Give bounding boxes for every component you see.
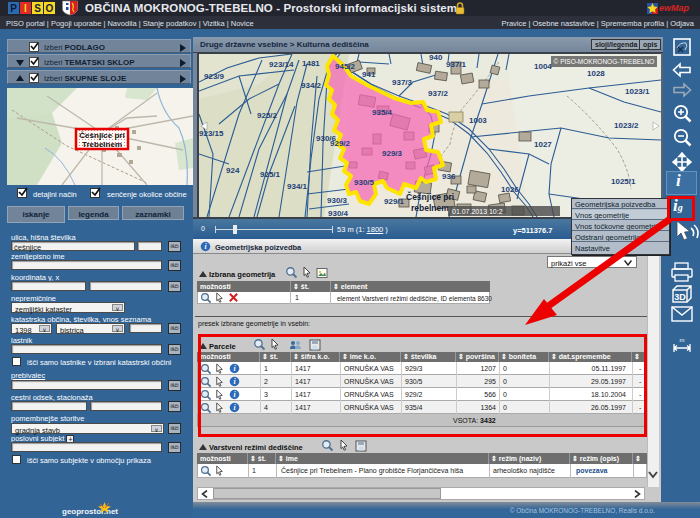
svg-text:941: 941 bbox=[362, 70, 376, 79]
svg-text:Češnjice pri: Češnjice pri bbox=[406, 191, 454, 202]
svg-text:925/1: 925/1 bbox=[260, 170, 281, 179]
svg-text:1481: 1481 bbox=[302, 59, 320, 68]
svg-text:m: m bbox=[680, 337, 685, 343]
svg-text:1023/2: 1023/2 bbox=[614, 121, 639, 130]
svg-text:Češnjice pri: Češnjice pri bbox=[79, 131, 124, 140]
svg-text:936: 936 bbox=[442, 172, 456, 181]
svg-text:923/14: 923/14 bbox=[269, 60, 294, 69]
svg-text:924: 924 bbox=[226, 166, 240, 175]
svg-text:1003: 1003 bbox=[469, 116, 487, 125]
svg-text:937/2: 937/2 bbox=[428, 89, 449, 98]
svg-text:1025/1: 1025/1 bbox=[611, 177, 636, 186]
svg-text:937/1: 937/1 bbox=[446, 60, 467, 69]
svg-text:1023/1: 1023/1 bbox=[625, 87, 650, 96]
svg-text:930/3: 930/3 bbox=[327, 196, 348, 205]
svg-text:925/2: 925/2 bbox=[257, 111, 278, 120]
svg-text:930/5: 930/5 bbox=[354, 178, 375, 187]
svg-text:937/3: 937/3 bbox=[392, 78, 413, 87]
svg-text:1028: 1028 bbox=[587, 69, 605, 78]
svg-text:923/9: 923/9 bbox=[204, 72, 225, 81]
svg-text:929/3: 929/3 bbox=[382, 149, 403, 158]
svg-text:© PISO-MOKRONOG-TREBELNO: © PISO-MOKRONOG-TREBELNO bbox=[554, 58, 655, 65]
svg-text:1004: 1004 bbox=[534, 62, 552, 71]
svg-text:rebelnem: rebelnem bbox=[411, 203, 449, 213]
svg-text:930/4: 930/4 bbox=[328, 209, 349, 217]
svg-text:929/1: 929/1 bbox=[384, 197, 405, 206]
svg-text:934/2: 934/2 bbox=[301, 81, 322, 90]
svg-text:Trebelnem: Trebelnem bbox=[82, 140, 122, 149]
svg-text:1027: 1027 bbox=[534, 140, 552, 149]
svg-text:3D: 3D bbox=[674, 292, 686, 302]
svg-text:01.07.2013 10:2: 01.07.2013 10:2 bbox=[452, 208, 503, 215]
svg-text:934/1: 934/1 bbox=[287, 182, 308, 191]
svg-text:935/4: 935/4 bbox=[372, 108, 393, 117]
svg-text:923/15: 923/15 bbox=[199, 129, 224, 138]
svg-text:1026: 1026 bbox=[501, 185, 519, 194]
svg-text:940: 940 bbox=[429, 54, 443, 62]
svg-text:929/2: 929/2 bbox=[330, 139, 351, 148]
svg-text:945/2: 945/2 bbox=[335, 62, 356, 71]
